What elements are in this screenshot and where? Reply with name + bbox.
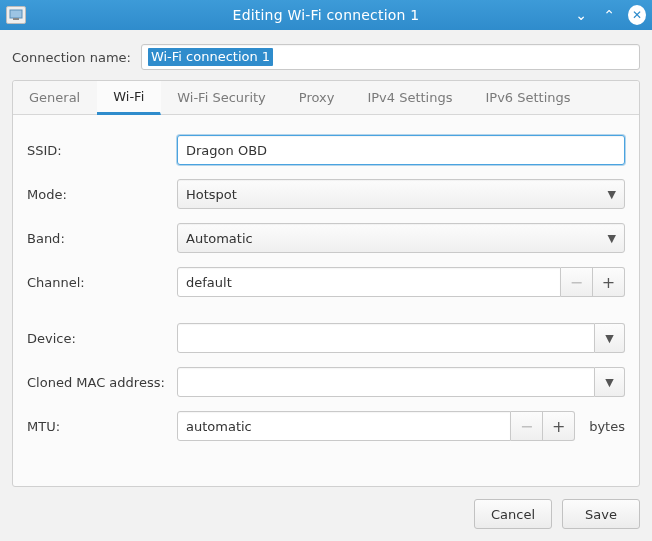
tab-wifi[interactable]: Wi-Fi <box>97 81 161 115</box>
chevron-up-icon: ⌃ <box>603 8 615 22</box>
svg-rect-0 <box>10 10 22 18</box>
mtu-suffix: bytes <box>589 419 625 434</box>
chevron-down-icon: ▼ <box>608 188 616 201</box>
mode-select[interactable]: Hotspot ▼ <box>177 179 625 209</box>
mtu-decrement-button[interactable]: − <box>511 411 543 441</box>
tab-wifi-security[interactable]: Wi-Fi Security <box>161 81 283 114</box>
dialog-footer: Cancel Save <box>0 487 652 541</box>
tab-label: IPv6 Settings <box>486 90 571 105</box>
cancel-button[interactable]: Cancel <box>474 499 552 529</box>
mtu-input[interactable] <box>177 411 511 441</box>
minus-icon: − <box>570 273 583 292</box>
tab-proxy[interactable]: Proxy <box>283 81 352 114</box>
wifi-tab-content: SSID: Mode: Hotspot ▼ Band: Automatic ▼ <box>13 115 639 486</box>
title-bar: Editing Wi-Fi connection 1 ⌄ ⌃ ✕ <box>0 0 652 30</box>
tab-strip: General Wi-Fi Wi-Fi Security Proxy IPv4 … <box>13 81 639 115</box>
mtu-spin: − + <box>177 411 575 441</box>
button-label: Cancel <box>491 507 535 522</box>
cloned-mac-label: Cloned MAC address: <box>27 375 177 390</box>
ssid-input[interactable] <box>177 135 625 165</box>
mode-label: Mode: <box>27 187 177 202</box>
close-button[interactable]: ✕ <box>628 6 646 24</box>
svg-rect-1 <box>13 18 19 20</box>
cloned-mac-input[interactable] <box>177 367 595 397</box>
device-label: Device: <box>27 331 177 346</box>
connection-name-value: Wi-Fi connection 1 <box>148 48 273 66</box>
plus-icon: + <box>552 417 565 436</box>
connection-name-label: Connection name: <box>12 50 131 65</box>
chevron-down-icon: ▼ <box>608 232 616 245</box>
mode-value: Hotspot <box>186 187 237 202</box>
window-controls: ⌄ ⌃ ✕ <box>572 6 646 24</box>
channel-spin: − + <box>177 267 625 297</box>
channel-increment-button[interactable]: + <box>593 267 625 297</box>
save-button[interactable]: Save <box>562 499 640 529</box>
tab-ipv4-settings[interactable]: IPv4 Settings <box>351 81 469 114</box>
device-input[interactable] <box>177 323 595 353</box>
tab-label: IPv4 Settings <box>367 90 452 105</box>
tab-label: General <box>29 90 80 105</box>
device-dropdown-button[interactable]: ▼ <box>595 323 625 353</box>
tab-ipv6-settings[interactable]: IPv6 Settings <box>470 81 588 114</box>
mtu-label: MTU: <box>27 419 177 434</box>
connection-name-row: Connection name: Wi-Fi connection 1 <box>0 30 652 80</box>
plus-icon: + <box>602 273 615 292</box>
maximize-button[interactable]: ⌃ <box>600 6 618 24</box>
tab-label: Proxy <box>299 90 335 105</box>
connection-name-input[interactable]: Wi-Fi connection 1 <box>141 44 640 70</box>
minimize-button[interactable]: ⌄ <box>572 6 590 24</box>
app-icon <box>6 6 26 24</box>
tab-label: Wi-Fi Security <box>177 90 266 105</box>
band-label: Band: <box>27 231 177 246</box>
chevron-down-icon: ▼ <box>605 332 613 345</box>
mtu-increment-button[interactable]: + <box>543 411 575 441</box>
cloned-mac-combo: ▼ <box>177 367 625 397</box>
chevron-down-icon: ⌄ <box>575 8 587 22</box>
device-combo: ▼ <box>177 323 625 353</box>
tab-label: Wi-Fi <box>113 89 144 104</box>
ssid-label: SSID: <box>27 143 177 158</box>
channel-label: Channel: <box>27 275 177 290</box>
window-title: Editing Wi-Fi connection 1 <box>0 7 652 23</box>
button-label: Save <box>585 507 617 522</box>
channel-input[interactable] <box>177 267 561 297</box>
close-icon: ✕ <box>632 8 642 22</box>
band-value: Automatic <box>186 231 253 246</box>
tab-general[interactable]: General <box>13 81 97 114</box>
settings-notebook: General Wi-Fi Wi-Fi Security Proxy IPv4 … <box>12 80 640 487</box>
band-select[interactable]: Automatic ▼ <box>177 223 625 253</box>
chevron-down-icon: ▼ <box>605 376 613 389</box>
channel-decrement-button[interactable]: − <box>561 267 593 297</box>
cloned-mac-dropdown-button[interactable]: ▼ <box>595 367 625 397</box>
minus-icon: − <box>520 417 533 436</box>
